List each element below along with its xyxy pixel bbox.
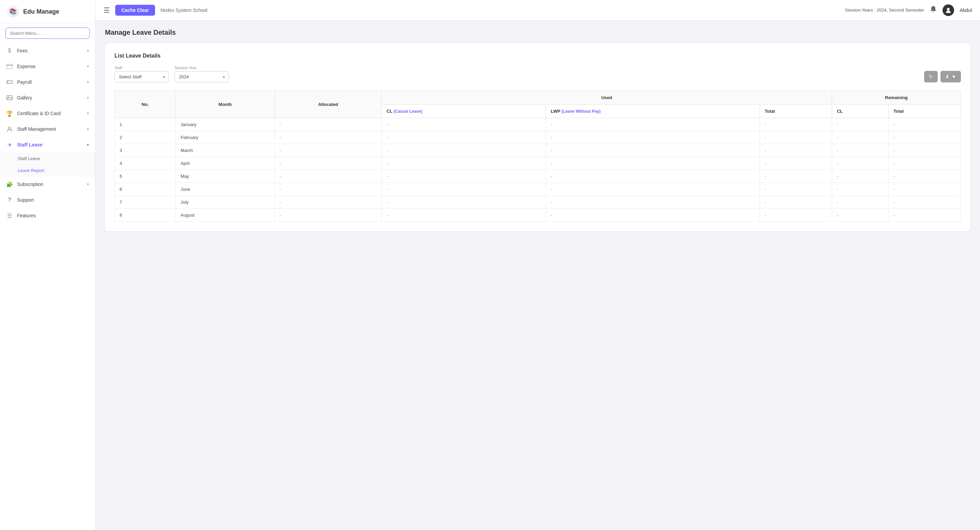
cell-used-total: -	[760, 196, 832, 209]
cell-no: 8	[115, 209, 176, 222]
cell-lwp: -	[546, 157, 760, 170]
staff-management-chevron: ▾	[87, 127, 89, 132]
cell-remaining-cl: -	[832, 170, 888, 183]
cell-cl: -	[382, 183, 546, 196]
svg-text:📚: 📚	[9, 8, 17, 15]
staff-filter-label: Staff	[115, 66, 169, 70]
sidebar-item-staff-leave-sub[interactable]: Staff Leave	[0, 152, 95, 165]
session-year-select[interactable]: 202420232022	[175, 71, 229, 83]
cell-month: June	[176, 183, 275, 196]
staff-filter-group: Staff Select Staff	[115, 66, 169, 83]
download-icon: ⬇	[945, 74, 949, 79]
col-month: Month	[176, 91, 275, 118]
cell-month: February	[176, 131, 275, 144]
user-avatar	[942, 5, 954, 16]
table-row: 4 April - - - - - -	[115, 157, 961, 170]
sidebar-item-gallery-label: Gallery	[17, 95, 32, 100]
payroll-chevron: ▾	[87, 80, 89, 84]
cell-allocated: -	[275, 209, 382, 222]
session-year-select-wrapper: 202420232022	[175, 71, 229, 83]
svg-rect-6	[7, 96, 12, 100]
cell-used-total: -	[760, 131, 832, 144]
svg-rect-2	[6, 64, 13, 69]
sidebar-item-payroll[interactable]: Payroll ▾	[0, 74, 95, 90]
cell-allocated: -	[275, 170, 382, 183]
cell-remaining-cl: -	[832, 157, 888, 170]
sidebar-item-expense[interactable]: Expense ▾	[0, 59, 95, 74]
staff-leave-icon: ✈	[6, 141, 13, 148]
col-group-remaining: Remaining	[832, 91, 961, 105]
cell-remaining-cl: -	[832, 196, 888, 209]
gallery-chevron: ▾	[87, 95, 89, 100]
cell-used-total: -	[760, 170, 832, 183]
sidebar-item-fees[interactable]: $ Fees ▾	[0, 43, 95, 59]
cell-used-total: -	[760, 183, 832, 196]
cell-allocated: -	[275, 131, 382, 144]
cell-month: August	[176, 209, 275, 222]
refresh-button[interactable]: ↻	[924, 71, 938, 83]
sidebar-item-gallery[interactable]: Gallery ▾	[0, 90, 95, 106]
svg-rect-4	[7, 81, 12, 83]
cell-remaining-total: -	[889, 157, 961, 170]
cell-remaining-cl: -	[832, 144, 888, 157]
school-name: Nodex System School	[161, 8, 207, 13]
table-row: 2 February - - - - - -	[115, 131, 961, 144]
cell-month: May	[176, 170, 275, 183]
cell-remaining-cl: -	[832, 183, 888, 196]
download-button[interactable]: ⬇ ▼	[940, 71, 961, 83]
table-body: 1 January - - - - - - 2 February - - - -…	[115, 118, 961, 222]
cell-cl: -	[382, 157, 546, 170]
cell-remaining-total: -	[889, 118, 961, 131]
table-wrap: No. Month Allocated Used Remaining CL (C…	[115, 90, 961, 222]
cell-allocated: -	[275, 183, 382, 196]
sidebar-item-subscription[interactable]: 🧩 Subscription ▾	[0, 176, 95, 192]
sidebar-item-payroll-label: Payroll	[17, 79, 32, 85]
cell-lwp: -	[546, 170, 760, 183]
cell-no: 3	[115, 144, 176, 157]
sidebar-menu: $ Fees ▾ Expense ▾ Payroll ▾	[0, 43, 95, 530]
fees-icon: $	[6, 48, 13, 54]
sidebar-item-features-label: Features	[17, 213, 36, 218]
search-input[interactable]	[5, 28, 90, 39]
refresh-icon: ↻	[929, 74, 933, 79]
sidebar-item-leave-report[interactable]: Leave Report	[0, 165, 95, 176]
cell-lwp: -	[546, 131, 760, 144]
fees-chevron: ▾	[87, 48, 89, 53]
cell-remaining-cl: -	[832, 131, 888, 144]
staff-select[interactable]: Select Staff	[115, 71, 169, 83]
expense-icon	[6, 63, 13, 70]
content-area: Manage Leave Details List Leave Details …	[95, 21, 980, 530]
col-allocated: Allocated	[275, 91, 382, 118]
main-area: ☰ Cache Clear Nodex System School Sessio…	[95, 0, 980, 530]
page-title: Manage Leave Details	[105, 29, 970, 36]
cell-no: 1	[115, 118, 176, 131]
cache-clear-button[interactable]: Cache Clear	[115, 5, 155, 16]
app-name: Edu Manage	[23, 8, 59, 15]
cell-used-total: -	[760, 209, 832, 222]
sidebar-item-features[interactable]: ☰ Features	[0, 208, 95, 224]
cell-remaining-cl: -	[832, 209, 888, 222]
table-row: 7 July - - - - - -	[115, 196, 961, 209]
user-name: Abdul	[959, 8, 972, 13]
subscription-chevron: ▾	[87, 182, 89, 187]
sidebar-item-support[interactable]: ? Support	[0, 192, 95, 208]
sidebar-item-staff-management-label: Staff Management	[17, 126, 56, 132]
col-cl-header: CL (Casual Leave)	[382, 105, 546, 118]
sidebar-item-certificate[interactable]: 🏆 Certificate & ID Card ▾	[0, 106, 95, 121]
filter-actions: ↻ ⬇ ▼	[924, 71, 961, 83]
cell-remaining-total: -	[889, 183, 961, 196]
staff-leave-submenu: Staff Leave Leave Report	[0, 152, 95, 176]
col-remaining-cl-header: CL	[832, 105, 888, 118]
cell-lwp: -	[546, 183, 760, 196]
cell-month: January	[176, 118, 275, 131]
cell-month: July	[176, 196, 275, 209]
cell-cl: -	[382, 144, 546, 157]
sidebar-item-staff-leave[interactable]: ✈ Staff Leave ▾	[0, 137, 95, 152]
logo-icon: 📚	[6, 5, 20, 18]
cell-cl: -	[382, 131, 546, 144]
hamburger-menu[interactable]: ☰	[103, 6, 110, 14]
notification-icon[interactable]	[929, 5, 937, 15]
sidebar-item-staff-management[interactable]: Staff Management ▾	[0, 121, 95, 137]
certificate-icon: 🏆	[6, 110, 13, 117]
cell-no: 5	[115, 170, 176, 183]
